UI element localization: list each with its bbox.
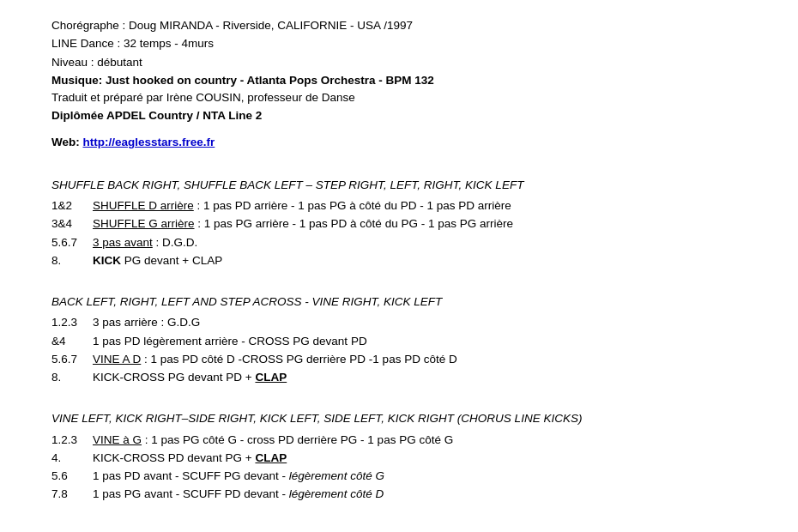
step-part: légèrement côté D bbox=[289, 487, 384, 500]
step-text: KICK PG devant + CLAP bbox=[93, 252, 747, 269]
step-part: 1 pas PD légèrement arrière - CROSS PG d… bbox=[93, 335, 367, 348]
step-part: 3 pas avant bbox=[93, 236, 153, 249]
musique-line: Musique: Just hooked on country - Atlant… bbox=[51, 72, 747, 89]
step-part: 1 pas PG avant - SCUFF PD devant - bbox=[93, 487, 289, 500]
step-num: 1.2.3 bbox=[51, 314, 93, 331]
step-part: CLAP bbox=[255, 371, 287, 384]
step-num: &4 bbox=[51, 333, 93, 350]
step-part: SHUFFLE G arrière bbox=[93, 217, 195, 230]
step-line-1: &41 pas PD légèrement arrière - CROSS PG… bbox=[51, 333, 747, 350]
step-text: 3 pas arrière : G.D.G bbox=[93, 314, 747, 331]
step-part: KICK-CROSS PG devant PD + bbox=[93, 371, 255, 384]
step-line-3: 8.KICK PG devant + CLAP bbox=[51, 252, 747, 269]
traduit-line: Traduit et préparé par Irène COUSIN, pro… bbox=[51, 89, 747, 106]
step-text: SHUFFLE G arrière : 1 pas PG arrière - 1… bbox=[93, 215, 747, 233]
step-line-2: 5.6.73 pas avant : D.G.D. bbox=[51, 234, 747, 251]
diplomee-line: Diplômée APDEL Country / NTA Line 2 bbox=[51, 107, 747, 124]
step-num: 1&2 bbox=[51, 197, 93, 215]
web-label: Web: bbox=[51, 136, 83, 148]
step-text: VINE A D : 1 pas PD côté D -CROSS PG der… bbox=[93, 351, 747, 368]
section-title: BACK LEFT, RIGHT, LEFT AND STEP ACROSS -… bbox=[51, 293, 747, 311]
step-num: 3&4 bbox=[51, 215, 93, 233]
step-text: 1 pas PD légèrement arrière - CROSS PG d… bbox=[93, 333, 747, 350]
step-part: : 1 pas PG arrière - 1 pas PD à côté du … bbox=[195, 217, 513, 230]
step-line-1: 4.KICK-CROSS PD devant PG + CLAP bbox=[51, 450, 747, 467]
step-part: KICK-CROSS PD devant PG + bbox=[93, 451, 255, 464]
step-text: VINE à G : 1 pas PG côté G - cross PD de… bbox=[93, 432, 747, 449]
step-line-0: 1.2.3VINE à G : 1 pas PG côté G - cross … bbox=[51, 432, 747, 449]
step-part: : 1 pas PD côté D -CROSS PG derrière PD … bbox=[141, 353, 456, 366]
section-title: VINE LEFT, KICK RIGHT–SIDE RIGHT, KICK L… bbox=[51, 410, 747, 427]
step-line-2: 5.61 pas PD avant - SCUFF PG devant - lé… bbox=[51, 468, 747, 485]
step-num: 5.6.7 bbox=[51, 351, 93, 368]
step-text: SHUFFLE D arrière : 1 pas PD arrière - 1… bbox=[93, 197, 747, 215]
section-section3: VINE LEFT, KICK RIGHT–SIDE RIGHT, KICK L… bbox=[51, 410, 747, 503]
step-text: 3 pas avant : D.G.D. bbox=[93, 234, 747, 251]
choregraphe-line: Chorégraphe : Doug MIRANDA - Riverside, … bbox=[51, 17, 747, 34]
step-part: SHUFFLE D arrière bbox=[93, 199, 194, 212]
step-line-2: 5.6.7VINE A D : 1 pas PD côté D -CROSS P… bbox=[51, 351, 747, 368]
section-title: SHUFFLE BACK RIGHT, SHUFFLE BACK LEFT – … bbox=[51, 177, 747, 194]
step-line-0: 1&2SHUFFLE D arrière : 1 pas PD arrière … bbox=[51, 197, 747, 215]
step-text: KICK-CROSS PG devant PD + CLAP bbox=[93, 369, 747, 386]
step-text: 1 pas PD avant - SCUFF PG devant - légèr… bbox=[93, 468, 747, 485]
step-part: 1 pas PD avant - SCUFF PG devant - bbox=[93, 469, 289, 482]
step-part: VINE A D bbox=[93, 353, 141, 366]
step-part: : D.G.D. bbox=[153, 236, 198, 249]
step-part: CLAP bbox=[255, 451, 287, 464]
step-part: 3 pas arrière : G.D.G bbox=[93, 316, 200, 329]
step-line-3: 7.81 pas PG avant - SCUFF PD devant - lé… bbox=[51, 486, 747, 503]
step-num: 8. bbox=[51, 252, 93, 269]
step-part: légèrement côté G bbox=[289, 469, 384, 482]
step-num: 7.8 bbox=[51, 486, 93, 503]
step-line-1: 3&4SHUFFLE G arrière : 1 pas PG arrière … bbox=[51, 215, 747, 233]
step-part: PG devant + CLAP bbox=[121, 254, 222, 267]
spacer1 bbox=[51, 151, 747, 177]
step-part: KICK bbox=[93, 254, 121, 267]
step-line-3: 8.KICK-CROSS PG devant PD + CLAP bbox=[51, 369, 747, 386]
step-num: 5.6 bbox=[51, 468, 93, 485]
line-dance-line: LINE Dance : 32 temps - 4murs bbox=[51, 35, 747, 52]
step-num: 4. bbox=[51, 450, 93, 467]
step-num: 1.2.3 bbox=[51, 432, 93, 449]
step-num: 8. bbox=[51, 369, 93, 386]
web-link[interactable]: http://eaglesstars.free.fr bbox=[83, 136, 215, 148]
step-text: 1 pas PG avant - SCUFF PD devant - légèr… bbox=[93, 486, 747, 503]
web-line: Web: http://eaglesstars.free.fr bbox=[51, 134, 747, 151]
sections-container: SHUFFLE BACK RIGHT, SHUFFLE BACK LEFT – … bbox=[51, 177, 747, 504]
step-part: VINE à G bbox=[93, 433, 142, 446]
step-line-0: 1.2.33 pas arrière : G.D.G bbox=[51, 314, 747, 331]
section-section2: BACK LEFT, RIGHT, LEFT AND STEP ACROSS -… bbox=[51, 293, 747, 386]
section-section1: SHUFFLE BACK RIGHT, SHUFFLE BACK LEFT – … bbox=[51, 177, 747, 269]
page-content: Chorégraphe : Doug MIRANDA - Riverside, … bbox=[51, 17, 747, 504]
step-text: KICK-CROSS PD devant PG + CLAP bbox=[93, 450, 747, 467]
step-num: 5.6.7 bbox=[51, 234, 93, 251]
meta-section: Chorégraphe : Doug MIRANDA - Riverside, … bbox=[51, 17, 747, 151]
step-part: : 1 pas PD arrière - 1 pas PG à côté du … bbox=[194, 199, 511, 212]
step-part: : 1 pas PG côté G - cross PD derrière PG… bbox=[142, 433, 453, 446]
niveau-line: Niveau : débutant bbox=[51, 54, 747, 71]
